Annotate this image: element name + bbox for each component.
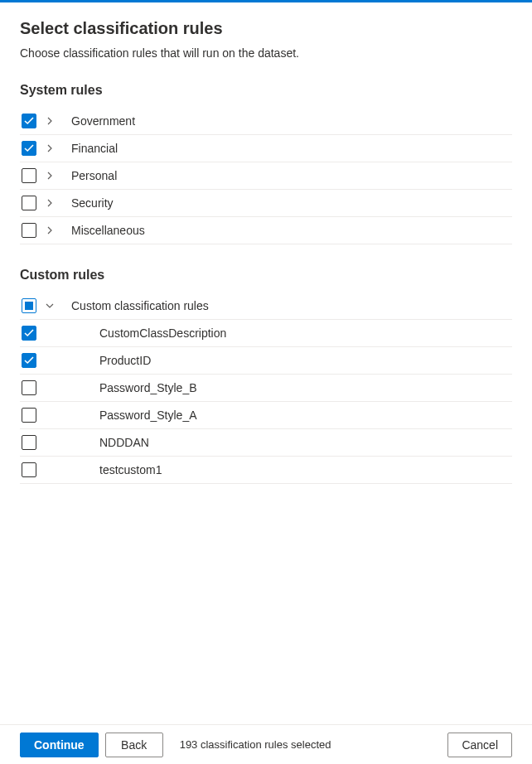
chevron-right-icon[interactable] xyxy=(36,225,63,235)
rule-row-government: Government xyxy=(20,108,512,135)
page-title: Select classification rules xyxy=(20,19,512,38)
checkbox-personal[interactable] xyxy=(22,168,36,183)
rule-label: Personal xyxy=(63,169,117,182)
rule-label: Financial xyxy=(63,142,118,155)
checkbox-testcustom1[interactable] xyxy=(22,462,36,477)
chevron-right-icon[interactable] xyxy=(36,143,63,153)
chevron-right-icon[interactable] xyxy=(36,116,63,126)
checkbox-security[interactable] xyxy=(22,196,36,210)
system-rules-section: System rules Government Financial xyxy=(20,83,512,244)
rule-label: Password_Style_A xyxy=(99,409,197,422)
rule-row-security: Security xyxy=(20,190,512,217)
rule-row-miscellaneous: Miscellaneous xyxy=(20,217,512,244)
rule-row-productid: ProductID xyxy=(20,347,512,375)
checkbox-government[interactable] xyxy=(22,114,36,128)
rule-label: ProductID xyxy=(99,354,151,367)
checkbox-password-style-a[interactable] xyxy=(22,408,36,423)
page-subtitle: Choose classification rules that will ru… xyxy=(20,46,512,60)
rule-label: Password_Style_B xyxy=(99,381,197,394)
rule-row-customclassdescription: CustomClassDescription xyxy=(20,320,512,347)
cancel-button[interactable]: Cancel xyxy=(447,733,512,757)
rule-row-password-style-a: Password_Style_A xyxy=(20,402,512,429)
custom-rules-section: Custom rules Custom classification rules… xyxy=(20,268,512,484)
rule-label: Miscellaneous xyxy=(63,224,145,237)
rule-row-personal: Personal xyxy=(20,162,512,190)
rule-label: Custom classification rules xyxy=(63,299,209,312)
back-button[interactable]: Back xyxy=(105,733,163,757)
checkbox-custom-parent[interactable] xyxy=(22,298,36,313)
rule-row-financial: Financial xyxy=(20,135,512,162)
checkbox-password-style-b[interactable] xyxy=(22,380,36,395)
rule-label: testcustom1 xyxy=(99,463,162,476)
status-text: 193 classification rules selected xyxy=(180,738,331,751)
rule-row-password-style-b: Password_Style_B xyxy=(20,375,512,402)
custom-rules-title: Custom rules xyxy=(20,268,512,283)
rule-label: CustomClassDescription xyxy=(99,326,226,340)
checkbox-productid[interactable] xyxy=(22,353,36,368)
chevron-right-icon[interactable] xyxy=(36,198,63,208)
continue-button[interactable]: Continue xyxy=(20,733,99,757)
indeterminate-icon xyxy=(25,302,33,310)
rule-row-custom-parent: Custom classification rules xyxy=(20,293,512,320)
rule-row-ndddan: NDDDAN xyxy=(20,429,512,457)
chevron-right-icon[interactable] xyxy=(36,171,63,181)
chevron-down-icon[interactable] xyxy=(36,301,63,311)
rule-label: Security xyxy=(63,196,114,210)
rule-label: NDDDAN xyxy=(99,436,149,449)
checkbox-ndddan[interactable] xyxy=(22,435,36,450)
rule-label: Government xyxy=(63,114,135,128)
system-rules-title: System rules xyxy=(20,83,512,98)
footer: Continue Back 193 classification rules s… xyxy=(0,724,532,764)
rule-row-testcustom1: testcustom1 xyxy=(20,457,512,484)
checkbox-customclassdescription[interactable] xyxy=(22,326,36,341)
checkbox-financial[interactable] xyxy=(22,141,36,156)
checkbox-miscellaneous[interactable] xyxy=(22,223,36,238)
